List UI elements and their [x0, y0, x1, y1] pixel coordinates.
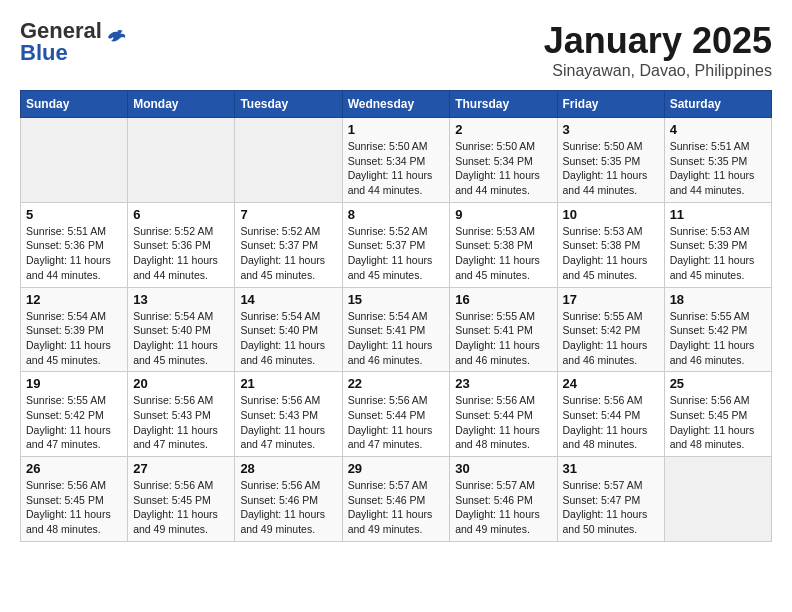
- day-number: 13: [133, 292, 229, 307]
- day-number: 8: [348, 207, 445, 222]
- day-number: 2: [455, 122, 551, 137]
- day-info: Sunrise: 5:56 AM Sunset: 5:43 PM Dayligh…: [240, 393, 336, 452]
- day-number: 14: [240, 292, 336, 307]
- calendar-cell: 9Sunrise: 5:53 AM Sunset: 5:38 PM Daylig…: [450, 202, 557, 287]
- day-info: Sunrise: 5:56 AM Sunset: 5:45 PM Dayligh…: [133, 478, 229, 537]
- day-number: 10: [563, 207, 659, 222]
- header-sunday: Sunday: [21, 91, 128, 118]
- day-info: Sunrise: 5:52 AM Sunset: 5:37 PM Dayligh…: [348, 224, 445, 283]
- calendar-cell: 13Sunrise: 5:54 AM Sunset: 5:40 PM Dayli…: [128, 287, 235, 372]
- header-tuesday: Tuesday: [235, 91, 342, 118]
- calendar-cell: [664, 457, 771, 542]
- calendar-cell: 2Sunrise: 5:50 AM Sunset: 5:34 PM Daylig…: [450, 118, 557, 203]
- day-number: 16: [455, 292, 551, 307]
- day-number: 24: [563, 376, 659, 391]
- day-number: 31: [563, 461, 659, 476]
- day-info: Sunrise: 5:57 AM Sunset: 5:46 PM Dayligh…: [348, 478, 445, 537]
- calendar-cell: 4Sunrise: 5:51 AM Sunset: 5:35 PM Daylig…: [664, 118, 771, 203]
- day-number: 22: [348, 376, 445, 391]
- day-info: Sunrise: 5:54 AM Sunset: 5:40 PM Dayligh…: [240, 309, 336, 368]
- calendar-cell: [235, 118, 342, 203]
- day-info: Sunrise: 5:54 AM Sunset: 5:41 PM Dayligh…: [348, 309, 445, 368]
- calendar-cell: 27Sunrise: 5:56 AM Sunset: 5:45 PM Dayli…: [128, 457, 235, 542]
- day-info: Sunrise: 5:54 AM Sunset: 5:40 PM Dayligh…: [133, 309, 229, 368]
- calendar-cell: 18Sunrise: 5:55 AM Sunset: 5:42 PM Dayli…: [664, 287, 771, 372]
- day-info: Sunrise: 5:56 AM Sunset: 5:44 PM Dayligh…: [348, 393, 445, 452]
- calendar-cell: 15Sunrise: 5:54 AM Sunset: 5:41 PM Dayli…: [342, 287, 450, 372]
- day-number: 19: [26, 376, 122, 391]
- day-info: Sunrise: 5:56 AM Sunset: 5:46 PM Dayligh…: [240, 478, 336, 537]
- calendar-cell: [21, 118, 128, 203]
- header-friday: Friday: [557, 91, 664, 118]
- day-number: 26: [26, 461, 122, 476]
- day-number: 20: [133, 376, 229, 391]
- day-info: Sunrise: 5:55 AM Sunset: 5:42 PM Dayligh…: [670, 309, 766, 368]
- calendar-header: SundayMondayTuesdayWednesdayThursdayFrid…: [21, 91, 772, 118]
- day-info: Sunrise: 5:55 AM Sunset: 5:41 PM Dayligh…: [455, 309, 551, 368]
- day-info: Sunrise: 5:57 AM Sunset: 5:46 PM Dayligh…: [455, 478, 551, 537]
- calendar-cell: 25Sunrise: 5:56 AM Sunset: 5:45 PM Dayli…: [664, 372, 771, 457]
- day-info: Sunrise: 5:56 AM Sunset: 5:45 PM Dayligh…: [26, 478, 122, 537]
- calendar-cell: 1Sunrise: 5:50 AM Sunset: 5:34 PM Daylig…: [342, 118, 450, 203]
- calendar-cell: 24Sunrise: 5:56 AM Sunset: 5:44 PM Dayli…: [557, 372, 664, 457]
- calendar-cell: 6Sunrise: 5:52 AM Sunset: 5:36 PM Daylig…: [128, 202, 235, 287]
- calendar-cell: 7Sunrise: 5:52 AM Sunset: 5:37 PM Daylig…: [235, 202, 342, 287]
- day-info: Sunrise: 5:56 AM Sunset: 5:44 PM Dayligh…: [563, 393, 659, 452]
- day-info: Sunrise: 5:52 AM Sunset: 5:36 PM Dayligh…: [133, 224, 229, 283]
- calendar-cell: 12Sunrise: 5:54 AM Sunset: 5:39 PM Dayli…: [21, 287, 128, 372]
- calendar-body: 1Sunrise: 5:50 AM Sunset: 5:34 PM Daylig…: [21, 118, 772, 542]
- day-number: 21: [240, 376, 336, 391]
- day-info: Sunrise: 5:53 AM Sunset: 5:38 PM Dayligh…: [563, 224, 659, 283]
- day-number: 1: [348, 122, 445, 137]
- day-number: 12: [26, 292, 122, 307]
- day-number: 17: [563, 292, 659, 307]
- day-info: Sunrise: 5:51 AM Sunset: 5:35 PM Dayligh…: [670, 139, 766, 198]
- header-row: SundayMondayTuesdayWednesdayThursdayFrid…: [21, 91, 772, 118]
- day-number: 25: [670, 376, 766, 391]
- week-row-2: 12Sunrise: 5:54 AM Sunset: 5:39 PM Dayli…: [21, 287, 772, 372]
- calendar-cell: 11Sunrise: 5:53 AM Sunset: 5:39 PM Dayli…: [664, 202, 771, 287]
- calendar-cell: 26Sunrise: 5:56 AM Sunset: 5:45 PM Dayli…: [21, 457, 128, 542]
- day-info: Sunrise: 5:52 AM Sunset: 5:37 PM Dayligh…: [240, 224, 336, 283]
- day-number: 23: [455, 376, 551, 391]
- day-info: Sunrise: 5:55 AM Sunset: 5:42 PM Dayligh…: [26, 393, 122, 452]
- week-row-4: 26Sunrise: 5:56 AM Sunset: 5:45 PM Dayli…: [21, 457, 772, 542]
- logo: General Blue: [20, 20, 128, 64]
- day-number: 5: [26, 207, 122, 222]
- header-wednesday: Wednesday: [342, 91, 450, 118]
- calendar-cell: 31Sunrise: 5:57 AM Sunset: 5:47 PM Dayli…: [557, 457, 664, 542]
- calendar-cell: [128, 118, 235, 203]
- calendar-cell: 8Sunrise: 5:52 AM Sunset: 5:37 PM Daylig…: [342, 202, 450, 287]
- page-header: General Blue January 2025 Sinayawan, Dav…: [20, 20, 772, 80]
- calendar-cell: 5Sunrise: 5:51 AM Sunset: 5:36 PM Daylig…: [21, 202, 128, 287]
- day-info: Sunrise: 5:50 AM Sunset: 5:34 PM Dayligh…: [348, 139, 445, 198]
- day-number: 29: [348, 461, 445, 476]
- day-number: 9: [455, 207, 551, 222]
- day-number: 18: [670, 292, 766, 307]
- day-info: Sunrise: 5:53 AM Sunset: 5:38 PM Dayligh…: [455, 224, 551, 283]
- logo-bird-icon: [106, 29, 128, 47]
- day-info: Sunrise: 5:50 AM Sunset: 5:34 PM Dayligh…: [455, 139, 551, 198]
- calendar-cell: 30Sunrise: 5:57 AM Sunset: 5:46 PM Dayli…: [450, 457, 557, 542]
- calendar-cell: 19Sunrise: 5:55 AM Sunset: 5:42 PM Dayli…: [21, 372, 128, 457]
- day-info: Sunrise: 5:56 AM Sunset: 5:45 PM Dayligh…: [670, 393, 766, 452]
- day-number: 30: [455, 461, 551, 476]
- page-subtitle: Sinayawan, Davao, Philippines: [544, 62, 772, 80]
- day-number: 7: [240, 207, 336, 222]
- calendar-cell: 29Sunrise: 5:57 AM Sunset: 5:46 PM Dayli…: [342, 457, 450, 542]
- week-row-3: 19Sunrise: 5:55 AM Sunset: 5:42 PM Dayli…: [21, 372, 772, 457]
- week-row-1: 5Sunrise: 5:51 AM Sunset: 5:36 PM Daylig…: [21, 202, 772, 287]
- day-info: Sunrise: 5:54 AM Sunset: 5:39 PM Dayligh…: [26, 309, 122, 368]
- calendar-cell: 10Sunrise: 5:53 AM Sunset: 5:38 PM Dayli…: [557, 202, 664, 287]
- page-title: January 2025: [544, 20, 772, 62]
- day-number: 28: [240, 461, 336, 476]
- calendar-table: SundayMondayTuesdayWednesdayThursdayFrid…: [20, 90, 772, 542]
- day-info: Sunrise: 5:56 AM Sunset: 5:43 PM Dayligh…: [133, 393, 229, 452]
- day-info: Sunrise: 5:51 AM Sunset: 5:36 PM Dayligh…: [26, 224, 122, 283]
- calendar-cell: 16Sunrise: 5:55 AM Sunset: 5:41 PM Dayli…: [450, 287, 557, 372]
- header-saturday: Saturday: [664, 91, 771, 118]
- calendar-cell: 21Sunrise: 5:56 AM Sunset: 5:43 PM Dayli…: [235, 372, 342, 457]
- calendar-cell: 28Sunrise: 5:56 AM Sunset: 5:46 PM Dayli…: [235, 457, 342, 542]
- calendar-cell: 22Sunrise: 5:56 AM Sunset: 5:44 PM Dayli…: [342, 372, 450, 457]
- day-number: 15: [348, 292, 445, 307]
